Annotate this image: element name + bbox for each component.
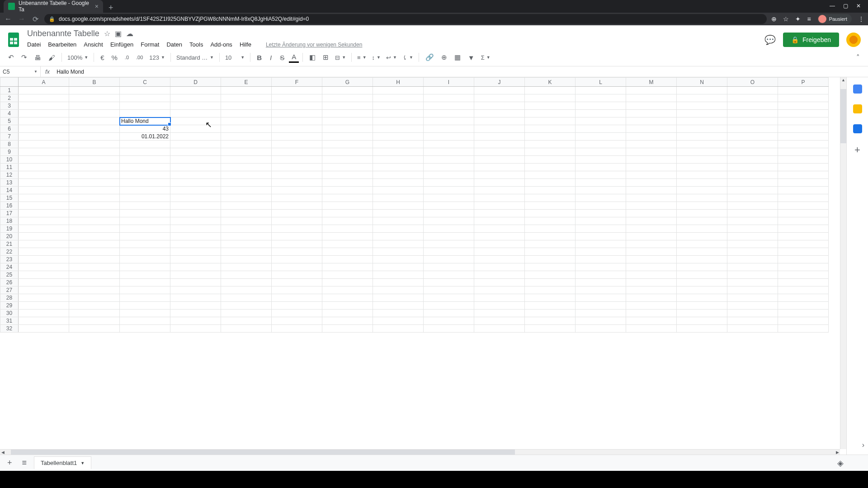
cell-I6[interactable] (424, 125, 474, 133)
cell-L21[interactable] (576, 240, 626, 248)
cell-B6[interactable] (69, 125, 120, 133)
cell-C27[interactable] (120, 286, 170, 294)
italic-button[interactable]: I (266, 52, 275, 63)
cell-H30[interactable] (373, 310, 424, 317)
keep-icon[interactable] (853, 104, 862, 113)
windows-taskbar[interactable] (0, 471, 868, 488)
row-header[interactable]: 11 (0, 164, 19, 171)
cell-G23[interactable] (322, 256, 373, 263)
cell-B30[interactable] (69, 310, 120, 317)
cell-O5[interactable] (727, 117, 778, 125)
cell-A1[interactable] (19, 87, 69, 94)
cell-N12[interactable] (677, 171, 727, 179)
row-header[interactable]: 26 (0, 279, 19, 286)
row-header[interactable]: 15 (0, 194, 19, 202)
cell-E10[interactable] (221, 156, 272, 164)
cell-G7[interactable] (322, 133, 373, 141)
cell-P16[interactable] (778, 202, 829, 210)
cell-H21[interactable] (373, 240, 424, 248)
cell-L2[interactable] (576, 94, 626, 102)
cell-M7[interactable] (626, 133, 677, 141)
cell-M4[interactable] (626, 110, 677, 117)
cell-F8[interactable] (272, 141, 322, 148)
cell-H22[interactable] (373, 248, 424, 256)
new-tab-button[interactable]: + (103, 3, 119, 13)
cell-L1[interactable] (576, 87, 626, 94)
cell-B19[interactable] (69, 225, 120, 233)
cell-I7[interactable] (424, 133, 474, 141)
cell-A9[interactable] (19, 148, 69, 156)
row-header[interactable]: 19 (0, 225, 19, 233)
cell-B23[interactable] (69, 256, 120, 263)
cell-A12[interactable] (19, 171, 69, 179)
row-header[interactable]: 13 (0, 179, 19, 187)
cell-D21[interactable] (170, 240, 221, 248)
column-header[interactable]: F (272, 78, 322, 87)
cell-J6[interactable] (474, 125, 525, 133)
cell-I30[interactable] (424, 310, 474, 317)
cell-O22[interactable] (727, 248, 778, 256)
row-header[interactable]: 31 (0, 317, 19, 325)
cell-M24[interactable] (626, 263, 677, 271)
cell-I10[interactable] (424, 156, 474, 164)
column-header[interactable]: H (373, 78, 424, 87)
cell-L29[interactable] (576, 302, 626, 310)
cell-I16[interactable] (424, 202, 474, 210)
row-header[interactable]: 25 (0, 271, 19, 279)
cell-D25[interactable] (170, 271, 221, 279)
cell-M17[interactable] (626, 210, 677, 217)
merge-cells-button[interactable]: ⊟▼ (333, 54, 348, 61)
cell-F27[interactable] (272, 286, 322, 294)
cell-G22[interactable] (322, 248, 373, 256)
cell-B10[interactable] (69, 156, 120, 164)
cell-D26[interactable] (170, 279, 221, 286)
cell-L17[interactable] (576, 210, 626, 217)
cell-M11[interactable] (626, 164, 677, 171)
cell-H12[interactable] (373, 171, 424, 179)
cell-O13[interactable] (727, 179, 778, 187)
cell-F30[interactable] (272, 310, 322, 317)
cell-L6[interactable] (576, 125, 626, 133)
cell-E24[interactable] (221, 263, 272, 271)
cell-F20[interactable] (272, 233, 322, 240)
cell-B21[interactable] (69, 240, 120, 248)
cell-K26[interactable] (525, 279, 576, 286)
cell-D27[interactable] (170, 286, 221, 294)
increase-decimal-button[interactable]: .00 (133, 53, 146, 62)
cell-E4[interactable] (221, 110, 272, 117)
cell-N25[interactable] (677, 271, 727, 279)
cell-M8[interactable] (626, 141, 677, 148)
row-header[interactable]: 29 (0, 302, 19, 310)
cell-I31[interactable] (424, 317, 474, 325)
column-header[interactable]: K (525, 78, 576, 87)
cell-K28[interactable] (525, 294, 576, 302)
cell-O19[interactable] (727, 225, 778, 233)
cell-J9[interactable] (474, 148, 525, 156)
cell-B28[interactable] (69, 294, 120, 302)
cell-C28[interactable] (120, 294, 170, 302)
cell-N23[interactable] (677, 256, 727, 263)
cell-F23[interactable] (272, 256, 322, 263)
cell-N29[interactable] (677, 302, 727, 310)
cell-F31[interactable] (272, 317, 322, 325)
cell-F17[interactable] (272, 210, 322, 217)
cell-K7[interactable] (525, 133, 576, 141)
redo-button[interactable]: ↷ (19, 52, 30, 63)
cell-C5[interactable]: Hallo Mond (120, 117, 170, 125)
cell-C8[interactable] (120, 141, 170, 148)
menu-addons[interactable]: Add-ons (210, 41, 232, 48)
cell-H11[interactable] (373, 164, 424, 171)
cell-F11[interactable] (272, 164, 322, 171)
cell-G12[interactable] (322, 171, 373, 179)
cell-H3[interactable] (373, 102, 424, 110)
cell-P15[interactable] (778, 194, 829, 202)
cell-P31[interactable] (778, 317, 829, 325)
cell-K16[interactable] (525, 202, 576, 210)
cell-N17[interactable] (677, 210, 727, 217)
cell-I19[interactable] (424, 225, 474, 233)
cell-F22[interactable] (272, 248, 322, 256)
cell-P22[interactable] (778, 248, 829, 256)
cell-I32[interactable] (424, 325, 474, 333)
cell-N11[interactable] (677, 164, 727, 171)
cell-G9[interactable] (322, 148, 373, 156)
